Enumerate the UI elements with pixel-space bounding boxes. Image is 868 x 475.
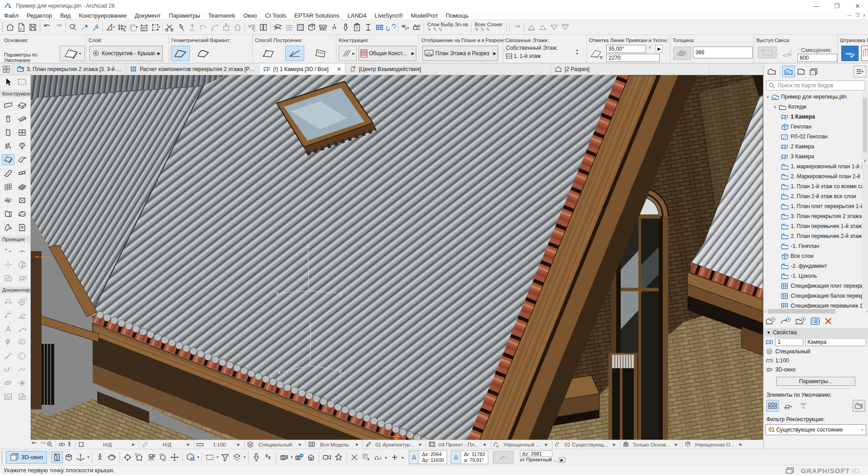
tool-chair[interactable]	[2, 141, 14, 152]
menu-CI Tools[interactable]: CI Tools	[261, 12, 290, 19]
tool-beam[interactable]	[16, 114, 28, 124]
menu-Документ[interactable]: Документ	[131, 12, 165, 19]
ghost-icon[interactable]: ▾	[127, 22, 138, 33]
vplus-icon[interactable]	[389, 451, 401, 463]
project-chooser-icon[interactable]	[765, 66, 778, 77]
new-folder-button[interactable]	[795, 317, 806, 326]
viewport-3d[interactable]: zxy zxy	[31, 75, 763, 440]
quickbar-01 Архитектур...[interactable]: 01 Архитектур...▶	[365, 441, 424, 448]
tree-item[interactable]: 1. маркеровочный план 1-й з	[764, 162, 868, 171]
tool-column[interactable]	[2, 114, 14, 124]
construction-type-button[interactable]: ▸	[339, 46, 357, 61]
layout-book-icon[interactable]	[795, 66, 807, 77]
quickbar-01 Существующ...[interactable]: 01 Существующ...▶	[554, 441, 618, 448]
inject-icon[interactable]	[90, 22, 101, 33]
tree-item[interactable]: 3 Камера	[764, 152, 868, 162]
tool-shell[interactable]	[16, 154, 28, 165]
menu-Вид[interactable]: Вид	[56, 12, 75, 19]
menu-Редактор[interactable]: Редактор	[23, 12, 56, 19]
newdoc-icon[interactable]	[16, 22, 27, 33]
tree-item[interactable]: 1. План перемычек 1-й этаж	[764, 221, 868, 231]
tree-item[interactable]: Спецификация перемычек 1	[764, 301, 868, 308]
tool-slab[interactable]	[16, 100, 28, 111]
scissors-icon[interactable]	[164, 22, 175, 33]
redo2-icon[interactable]	[511, 22, 523, 33]
vstar-icon[interactable]	[333, 451, 344, 463]
thickness-icon-button[interactable]	[673, 47, 691, 60]
tool-marker1[interactable]	[2, 246, 14, 256]
tool-cwall[interactable]	[2, 181, 14, 192]
maximize-button[interactable]: ❐	[826, 0, 847, 12]
pivot-height-field[interactable]: 2270	[606, 54, 660, 62]
tool-marquee[interactable]	[16, 76, 28, 87]
tool-hatchpoly[interactable]	[2, 378, 14, 389]
view-settings-button[interactable]	[810, 317, 820, 325]
roof-default-button[interactable]: ▼	[60, 46, 85, 61]
tree-hscrollbar[interactable]: ‹›	[764, 308, 867, 314]
tool-wallend[interactable]	[2, 209, 14, 219]
vcone-icon[interactable]	[219, 451, 231, 463]
tool-windowt[interactable]	[16, 127, 28, 138]
illum-icon[interactable]	[187, 22, 198, 33]
brickblk-icon[interactable]	[306, 22, 317, 33]
geometry-poly-roof-button[interactable]	[171, 46, 190, 61]
zoomsel-icon[interactable]: 1	[67, 22, 79, 33]
eyedrop-icon[interactable]	[79, 22, 90, 33]
vman-icon[interactable]	[94, 451, 106, 463]
cornerw-icon[interactable]	[198, 22, 209, 33]
tool-zonest[interactable]	[16, 222, 28, 233]
quickbar-qundo[interactable]	[31, 441, 38, 448]
eyes-icon[interactable]	[400, 22, 411, 33]
method-3-button[interactable]	[311, 46, 330, 61]
coord-ra-box[interactable]: Δ Δr: 11782a: 79,91°	[451, 451, 488, 464]
close-button[interactable]: ✕	[847, 0, 868, 12]
tool-opening[interactable]	[16, 195, 28, 206]
menu-Teamwork[interactable]: Teamwork	[204, 12, 239, 19]
tool-door[interactable]	[2, 127, 14, 138]
vbrush-icon[interactable]	[250, 451, 262, 463]
tool-polyline[interactable]	[2, 364, 14, 375]
tab-2[interactable]: Расчет компонентов перекрытия 2 этажа [Р…	[126, 63, 259, 75]
quickbar-qorbit[interactable]	[58, 441, 66, 448]
vsun-icon[interactable]	[305, 451, 317, 463]
navigator-menu-icon[interactable]	[854, 66, 866, 77]
wallcut-icon[interactable]	[317, 22, 329, 33]
parameters-button[interactable]: Параметры...	[776, 377, 855, 386]
quickbar-Специальный[interactable]: Специальный▶	[246, 441, 304, 448]
menu-ModelPort[interactable]: ModelPort	[407, 12, 442, 19]
3d-window-button[interactable]: 3D-окно	[6, 451, 47, 464]
roofs-icon[interactable]	[272, 22, 283, 33]
properties-header[interactable]: ▾ Свойства	[764, 328, 868, 337]
minimize-button[interactable]: —	[806, 0, 826, 12]
quickbar-04 Проект - Пл...[interactable]: 04 Проект - Пл...▶	[428, 441, 489, 448]
tool-meshg[interactable]	[2, 195, 14, 206]
vcube-icon[interactable]	[63, 451, 75, 463]
tool-dimcirc[interactable]: 1.2	[16, 296, 28, 307]
vorbit-icon[interactable]	[106, 451, 118, 463]
tree-item[interactable]: Все слои	[764, 251, 868, 261]
vtripod-icon[interactable]	[145, 451, 157, 463]
thickness-field[interactable]: 366	[693, 47, 753, 58]
tab-close-icon[interactable]: ✕	[337, 66, 341, 72]
quickbar-qzoom[interactable]	[46, 441, 54, 448]
tab-5[interactable]: [2 Разрез]	[551, 63, 709, 75]
construction-dropdown[interactable]: Общая Конст... ▶	[359, 46, 416, 61]
tree-item[interactable]: РЛ-02 Генплан	[764, 132, 868, 142]
dims-icon[interactable]: 12	[138, 22, 150, 33]
vhalf-icon[interactable]	[51, 451, 63, 463]
quad-view-icon[interactable]	[0, 63, 13, 75]
tree-item[interactable]: Спецификация плит перекрь	[764, 281, 868, 291]
tree-item[interactable]: Спецификация балок перекр	[764, 291, 868, 301]
fillet-icon[interactable]	[209, 22, 221, 33]
menu-Файл[interactable]: Файл	[0, 12, 23, 19]
quickbar-Только Основ...[interactable]: Только Основ...▶	[622, 441, 680, 448]
tool-lamp[interactable]	[16, 141, 28, 152]
tool-morph[interactable]	[16, 209, 28, 219]
panes-icon[interactable]	[258, 22, 269, 33]
housetool-icon[interactable]	[232, 22, 243, 33]
tool-figure[interactable]	[2, 391, 14, 402]
vmarquee-icon[interactable]	[204, 451, 216, 463]
story-spinner[interactable]: ▲▼	[576, 48, 579, 56]
quickbar-Упрощенный ...[interactable]: Упрощенный ...▶	[493, 441, 550, 448]
vhatchmv-icon[interactable]	[360, 451, 372, 463]
